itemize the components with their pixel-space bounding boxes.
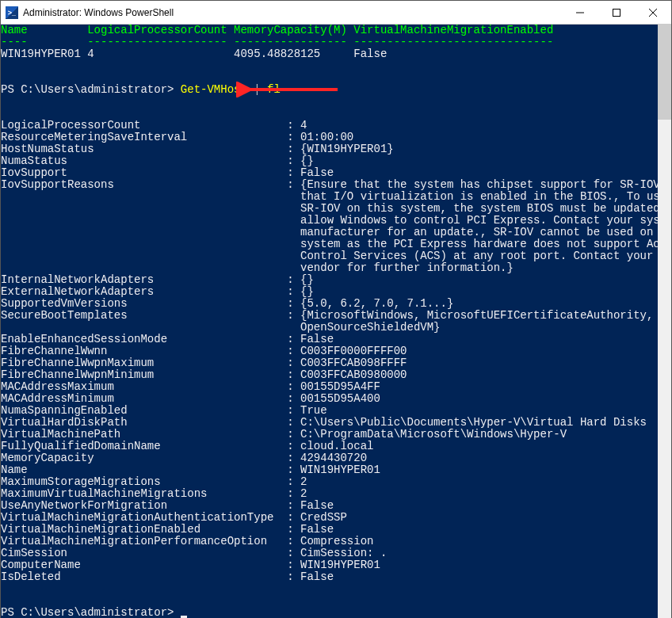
titlebar[interactable]: >_ Administrator: Windows PowerShell [1,1,671,25]
property-line: CimSession : CimSession: . [1,547,387,559]
property-line: InternalNetworkAdapters : {} [1,273,314,286]
property-line: Name : WIN19HYPER01 [1,464,380,476]
property-line: MaximumVirtualMachineMigrations : 2 [1,487,307,500]
property-line: SecureBootTemplates : {MicrosoftWindows,… [1,309,653,322]
svg-rect-1 [613,9,620,16]
scrollbar[interactable] [658,25,671,618]
property-continuation: allow Windows to control PCI Express. Co… [1,214,658,227]
property-line: ExternalNetworkAdapters : {} [1,285,314,298]
property-continuation: manufacturer for an update., SR-IOV cann… [1,226,658,238]
property-continuation: system as the PCI Express hardware does … [1,238,658,250]
property-line: MaximumStorageMigrations : 2 [1,475,307,488]
property-line: VirtualMachineMigrationPerformanceOption… [1,535,373,547]
property-line: VirtualMachineMigrationEnabled : False [1,523,334,536]
property-continuation: OpenSourceShieldedVM} [1,321,441,334]
table-header: Name LogicalProcessorCount MemoryCapacit… [1,25,553,36]
property-line: FullyQualifiedDomainName : cloud.local [1,440,373,452]
property-continuation: SR-IOV on this system, the system BIOS m… [1,202,658,215]
property-line: MACAddressMaximum : 00155D95A4FF [1,380,380,393]
property-line: UseAnyNetworkForMigration : False [1,499,334,512]
property-line: VirtualMachinePath : C:\ProgramData\Micr… [1,428,567,441]
property-line: VirtualHardDiskPath : C:\Users\Public\Do… [1,416,647,429]
prompt-line-2: PS C:\Users\administrator> [1,606,187,618]
terminal-container: Name LogicalProcessorCount MemoryCapacit… [1,25,671,618]
table-row: WIN19HYPER01 4 4095.48828125 False [1,48,387,60]
property-line: MACAddressMinimum : 00155D95A400 [1,392,380,405]
property-line: NumaSpanningEnabled : True [1,404,327,417]
property-line: VirtualMachineMigrationAuthenticationTyp… [1,511,347,524]
property-continuation: that I/O virtualization is enabled in th… [1,190,658,203]
property-line: ComputerName : WIN19HYPER01 [1,559,380,571]
property-continuation: vendor for further information.} [1,261,514,274]
property-line: IovSupport : False [1,166,334,179]
terminal[interactable]: Name LogicalProcessorCount MemoryCapacit… [1,25,658,618]
property-line: ResourceMeteringSaveInterval : 01:00:00 [1,131,353,143]
maximize-button[interactable] [598,1,635,25]
table-divider: ---- --------------------- -------------… [1,36,553,48]
property-line: MemoryCapacity : 4294430720 [1,452,367,464]
property-line: IovSupportReasons : {Ensure that the sys… [1,178,658,191]
property-line: LogicalProcessorCount : 4 [1,119,307,132]
property-line: FibreChannelWwpnMinimum : C003FFCAB09800… [1,368,407,381]
property-line: FibreChannelWwnn : C003FF0000FFFF00 [1,345,407,357]
scrollbar-thumb[interactable] [658,25,671,120]
window-controls [562,1,671,25]
property-line: HostNumaStatus : {WIN19HYPER01} [1,143,394,155]
property-line: EnableEnhancedSessionMode : False [1,333,334,345]
property-line: FibreChannelWwpnMaximum : C003FFCAB098FF… [1,357,407,369]
minimize-button[interactable] [562,1,598,25]
prompt-path: PS C:\Users\administrator> [1,83,181,96]
property-line: NumaStatus : {} [1,154,314,167]
property-continuation: Control Services (ACS) at any root port.… [1,250,658,262]
prompt-line-1: PS C:\Users\administrator> Get-VMHost | … [1,83,281,96]
cmd-pipe: | [247,83,267,96]
powershell-icon: >_ [6,6,18,19]
property-line: IsDeleted : False [1,570,334,583]
close-button[interactable] [635,1,671,25]
property-line: SupportedVmVersions : {5.0, 6.2, 7.0, 7.… [1,297,453,310]
cmd-fl: fl [267,83,281,96]
prompt-path-2: PS C:\Users\administrator> [1,606,181,618]
cmd-get-vmhost: Get-VMHost [181,83,247,96]
window-title: Administrator: Windows PowerShell [23,7,562,18]
powershell-window: >_ Administrator: Windows PowerShell Nam… [0,0,672,618]
